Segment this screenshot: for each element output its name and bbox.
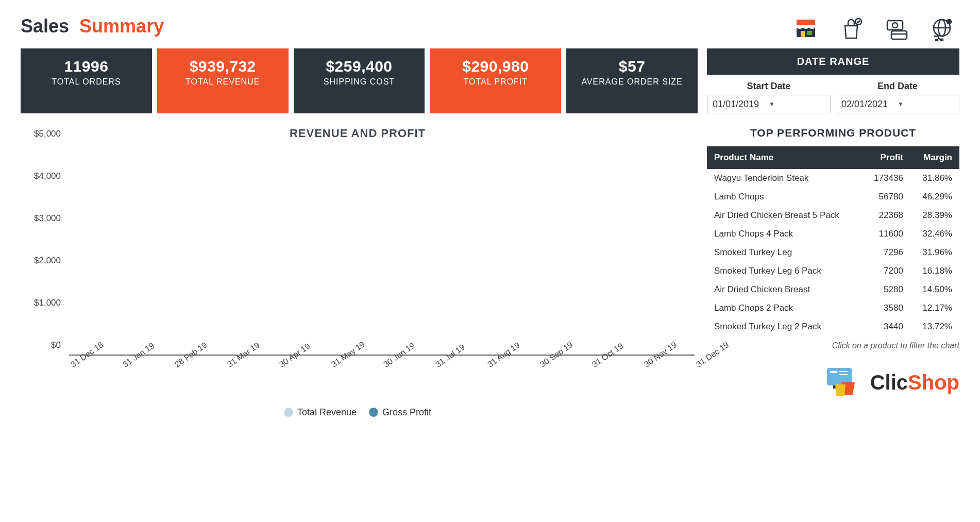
shopping-bag-icon[interactable] (838, 15, 865, 42)
start-date-value: 01/01/2019 (713, 99, 769, 110)
top-products-title: TOP PERFORMING PRODUCT (707, 127, 959, 139)
cell-margin: 12.17% (910, 299, 959, 317)
end-date-picker[interactable]: 02/01/2021 ▼ (836, 95, 959, 113)
brand-mark-icon (824, 366, 860, 399)
store-icon[interactable] (792, 15, 819, 42)
cell-margin: 13.72% (910, 317, 959, 336)
cell-profit: 173436 (862, 169, 910, 188)
payment-card-icon[interactable] (883, 15, 910, 42)
cell-profit: 22368 (862, 206, 910, 225)
cell-profit: 5280 (862, 280, 910, 299)
chevron-down-icon: ▼ (898, 100, 954, 108)
table-row[interactable]: Air Dried Chicken Breast528014.50% (707, 280, 959, 299)
y-axis-tick: $2,000 (34, 256, 61, 266)
kpi-value: $259,400 (300, 58, 419, 75)
y-axis-tick: $1,000 (34, 298, 61, 308)
cell-product-name: Smoked Turkey Leg (707, 243, 862, 262)
cell-profit: 7296 (862, 243, 910, 262)
brand-logo: ClicShop (707, 366, 959, 399)
cell-profit: 11600 (862, 225, 910, 243)
kpi-value: 11996 (27, 58, 146, 75)
cell-margin: 32.46% (910, 225, 959, 243)
filter-hint: Click on a product to filter the chart (707, 341, 959, 350)
page-title-word1: Sales (21, 15, 69, 37)
y-axis-tick: $4,000 (34, 171, 61, 181)
table-row[interactable]: Air Dried Chicken Breast 5 Pack2236828.3… (707, 206, 959, 225)
svg-rect-16 (830, 371, 837, 373)
kpi-label: TOTAL REVENUE (163, 77, 282, 87)
kpi-label: TOTAL ORDERS (27, 77, 146, 87)
cell-profit: 3440 (862, 317, 910, 336)
table-row[interactable]: Smoked Turkey Leg 2 Pack344013.72% (707, 317, 959, 336)
svg-rect-1 (797, 20, 815, 25)
svg-point-12 (947, 20, 951, 24)
y-axis-tick: $3,000 (34, 213, 61, 224)
cell-product-name: Lamb Chops 2 Pack (707, 299, 862, 317)
kpi-value: $939,732 (163, 58, 282, 75)
svg-rect-18 (839, 374, 848, 375)
svg-rect-2 (801, 31, 805, 37)
svg-rect-5 (887, 21, 903, 30)
date-range-header: DATE RANGE (707, 48, 959, 75)
revenue-profit-chart[interactable]: $0$1,000$2,000$3,000$4,000$5,000 31 Dec … (21, 144, 695, 381)
cell-margin: 31.86% (910, 169, 959, 188)
svg-rect-7 (891, 31, 907, 39)
kpi-tile: $57AVERAGE ORDER SIZE (566, 48, 698, 113)
start-date-label: Start Date (707, 81, 831, 92)
end-date-value: 02/01/2021 (841, 99, 898, 110)
col-margin[interactable]: Margin (910, 146, 959, 169)
legend-profit[interactable]: Gross Profit (369, 407, 431, 418)
cell-margin: 14.50% (910, 280, 959, 299)
table-row[interactable]: Smoked Turkey Leg729631.96% (707, 243, 959, 262)
y-axis-tick: $0 (51, 340, 61, 350)
cell-margin: 46.29% (910, 188, 959, 206)
col-product-name[interactable]: Product Name (707, 146, 862, 169)
table-row[interactable]: Lamb Chops 4 Pack1160032.46% (707, 225, 959, 243)
page-title: Sales Summary (21, 15, 164, 37)
kpi-label: SHIPPING COST (300, 77, 419, 87)
cell-profit: 3580 (862, 299, 910, 317)
svg-point-6 (892, 23, 898, 28)
kpi-label: AVERAGE ORDER SIZE (572, 77, 691, 87)
cell-profit: 7200 (862, 262, 910, 280)
brand-word2: Shop (908, 371, 959, 394)
cell-product-name: Lamb Chops (707, 188, 862, 206)
svg-point-14 (941, 39, 943, 41)
table-row[interactable]: Lamb Chops5678046.29% (707, 188, 959, 206)
top-products-table: Product Name Profit Margin Wagyu Tenderl… (707, 146, 959, 336)
kpi-tile: 11996TOTAL ORDERS (21, 48, 152, 113)
legend-revenue[interactable]: Total Revenue (284, 407, 357, 418)
y-axis-tick: $5,000 (34, 129, 61, 139)
end-date-label: End Date (836, 81, 959, 92)
cell-margin: 31.96% (910, 243, 959, 262)
cell-margin: 16.18% (910, 262, 959, 280)
cell-product-name: Air Dried Chicken Breast (707, 280, 862, 299)
cell-profit: 56780 (862, 188, 910, 206)
table-row[interactable]: Smoked Turkey Leg 6 Pack720016.18% (707, 262, 959, 280)
cell-product-name: Wagyu Tenderloin Steak (707, 169, 862, 188)
nav-icon-strip (792, 15, 959, 42)
cell-product-name: Lamb Chops 4 Pack (707, 225, 862, 243)
kpi-label: TOTAL PROFIT (436, 77, 555, 87)
svg-point-13 (936, 39, 938, 41)
svg-rect-17 (839, 371, 848, 372)
start-date-picker[interactable]: 01/01/2019 ▼ (707, 95, 831, 113)
table-row[interactable]: Lamb Chops 2 Pack358012.17% (707, 299, 959, 317)
cell-product-name: Air Dried Chicken Breast 5 Pack (707, 206, 862, 225)
chart-legend: Total Revenue Gross Profit (21, 407, 695, 418)
col-profit[interactable]: Profit (862, 146, 910, 169)
page-title-word2: Summary (79, 15, 164, 37)
kpi-value: $290,980 (436, 58, 555, 75)
kpi-value: $57 (572, 58, 691, 75)
cell-margin: 28.39% (910, 206, 959, 225)
kpi-tile: $939,732TOTAL REVENUE (157, 48, 289, 113)
kpi-tile: $290,980TOTAL PROFIT (430, 48, 561, 113)
cell-product-name: Smoked Turkey Leg 6 Pack (707, 262, 862, 280)
kpi-row: 11996TOTAL ORDERS$939,732TOTAL REVENUE$2… (21, 48, 698, 113)
table-row[interactable]: Wagyu Tenderloin Steak17343631.86% (707, 169, 959, 188)
globe-cart-icon[interactable] (928, 15, 955, 42)
svg-rect-3 (807, 31, 812, 35)
kpi-tile: $259,400SHIPPING COST (294, 48, 425, 113)
brand-word1: Clic (870, 371, 908, 394)
cell-product-name: Smoked Turkey Leg 2 Pack (707, 317, 862, 336)
